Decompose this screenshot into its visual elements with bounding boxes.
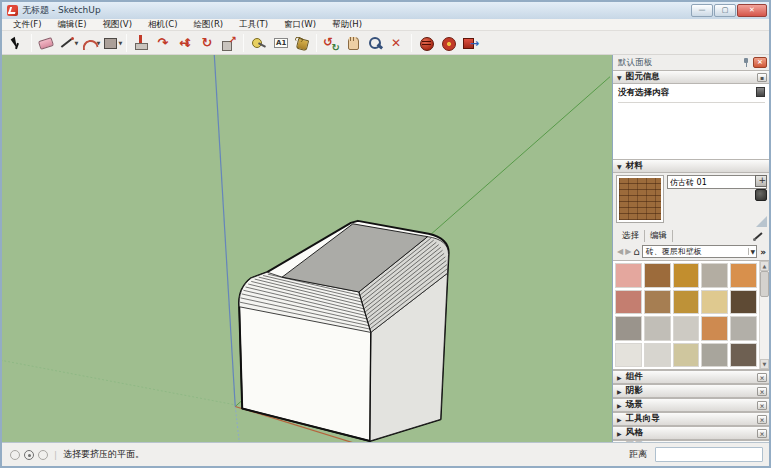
menu-item-3[interactable]: 相机(C) (141, 19, 185, 31)
details-arrow-icon[interactable]: » (759, 247, 767, 257)
material-swatch-15[interactable] (615, 343, 642, 368)
zoom-extents-tool-button[interactable] (386, 33, 408, 53)
toolbar: ▼▼▼↷↻ (2, 31, 769, 55)
sample-paint-icon[interactable] (753, 230, 765, 242)
material-swatch-0[interactable] (615, 263, 642, 288)
material-swatch-19[interactable] (730, 343, 757, 368)
forward-arrow-icon[interactable]: ▶ (625, 247, 631, 256)
material-swatch-5[interactable] (615, 290, 642, 315)
maximize-button[interactable]: ▢ (714, 4, 736, 17)
material-preview[interactable] (616, 175, 664, 223)
model-canvas[interactable] (2, 55, 612, 442)
section-header-0[interactable]: ▶组件× (613, 370, 769, 384)
minimize-button[interactable]: — (691, 4, 713, 17)
menu-item-7[interactable]: 帮助(H) (325, 19, 369, 31)
menu-item-2[interactable]: 视图(V) (96, 19, 139, 31)
tape-measure-tool-button[interactable] (247, 33, 269, 53)
move-tool-button[interactable] (174, 33, 196, 53)
dropdown-arrow-icon[interactable]: ▼ (119, 40, 123, 46)
material-swatch-16[interactable] (644, 343, 671, 368)
back-arrow-icon[interactable]: ◀ (617, 247, 623, 256)
follow-me-tool-button[interactable]: ↷ (152, 33, 174, 53)
material-swatch-9[interactable] (730, 290, 757, 315)
credits-icon[interactable] (24, 450, 34, 460)
materials-header[interactable]: ▼ 材料 (613, 159, 769, 173)
section-close-button[interactable]: × (757, 373, 767, 382)
section-close-button[interactable]: × (757, 415, 767, 424)
material-swatch-7[interactable] (673, 290, 700, 315)
section-label: 工具向导 (626, 413, 660, 425)
scroll-down-icon[interactable]: ▼ (760, 359, 769, 369)
section-header-3[interactable]: ▶工具向导× (613, 412, 769, 426)
material-swatch-12[interactable] (673, 316, 700, 341)
close-button[interactable]: ✕ (737, 4, 767, 17)
section-close-button[interactable]: × (757, 429, 767, 438)
chevron-down-icon: ▼ (617, 163, 622, 170)
send-to-layout-tool-button[interactable] (459, 33, 481, 53)
menu-item-0[interactable]: 文件(F) (6, 19, 49, 31)
material-swatch-6[interactable] (644, 290, 671, 315)
display-secondary-pane-icon[interactable] (755, 189, 767, 201)
entity-info-collapse-button[interactable]: ▪ (757, 73, 767, 82)
material-swatch-2[interactable] (673, 263, 700, 288)
tray-close-icon[interactable]: × (753, 57, 767, 68)
shapes-tool-button[interactable]: ▼ (101, 33, 123, 53)
share-model-tool-button[interactable] (437, 33, 459, 53)
material-name-input[interactable] (667, 175, 767, 189)
select-tool-button[interactable] (6, 33, 28, 53)
material-swatch-14[interactable] (730, 316, 757, 341)
materials-body (613, 173, 769, 229)
status-bar: | 选择要挤压的平面。 距离 (2, 442, 769, 466)
section-header-2[interactable]: ▶场景× (613, 398, 769, 412)
entity-info-header[interactable]: ▼ 图元信息 ▪ (613, 70, 769, 84)
tab-edit[interactable]: 编辑 (645, 230, 673, 242)
get-models-tool-button[interactable] (415, 33, 437, 53)
eraser-tool-button[interactable] (35, 33, 57, 53)
section-label: 场景 (626, 399, 643, 411)
section-label: 组件 (626, 371, 643, 383)
paint-bucket-tool-button[interactable] (291, 33, 313, 53)
help-icon[interactable] (38, 450, 48, 460)
zoom-tool-button[interactable] (364, 33, 386, 53)
text-tool-button[interactable] (269, 33, 291, 53)
entity-thumbnail-icon (756, 87, 765, 97)
scrollbar-thumb[interactable] (760, 271, 769, 297)
material-swatch-11[interactable] (644, 316, 671, 341)
text-icon (272, 35, 288, 51)
home-icon[interactable]: ⌂ (633, 247, 639, 257)
menu-item-1[interactable]: 编辑(E) (51, 19, 94, 31)
section-close-button[interactable]: × (757, 401, 767, 410)
geolocation-icon[interactable] (10, 450, 20, 460)
dropdown-arrow-icon[interactable]: ▼ (75, 40, 79, 46)
create-material-icon[interactable] (755, 175, 767, 187)
section-header-4[interactable]: ▶风格× (613, 426, 769, 440)
swatch-scrollbar[interactable]: ▲ ▼ (759, 261, 769, 369)
material-swatch-13[interactable] (701, 316, 728, 341)
section-header-1[interactable]: ▶阴影× (613, 384, 769, 398)
material-swatch-8[interactable] (701, 290, 728, 315)
pan-tool-button[interactable] (342, 33, 364, 53)
scale-tool-button[interactable] (218, 33, 240, 53)
orbit-tool-button[interactable] (320, 33, 342, 53)
menu-item-6[interactable]: 窗口(W) (277, 19, 323, 31)
material-swatch-3[interactable] (701, 263, 728, 288)
eraser-icon (38, 35, 54, 51)
material-category-dropdown[interactable]: 砖、覆层和壁板 ▼ (642, 245, 758, 258)
measurement-input[interactable] (655, 447, 763, 462)
arc-tool-button[interactable]: ▼ (79, 33, 101, 53)
material-swatch-1[interactable] (644, 263, 671, 288)
push-pull-tool-button[interactable] (130, 33, 152, 53)
material-swatch-4[interactable] (730, 263, 757, 288)
3d-viewport[interactable] (2, 55, 613, 442)
material-swatch-17[interactable] (673, 343, 700, 368)
material-swatch-10[interactable] (615, 316, 642, 341)
scroll-up-icon[interactable]: ▲ (760, 261, 769, 271)
line-tool-button[interactable]: ▼ (57, 33, 79, 53)
menu-item-5[interactable]: 工具(T) (232, 19, 275, 31)
pin-icon[interactable] (742, 58, 750, 67)
material-swatch-18[interactable] (701, 343, 728, 368)
menu-item-4[interactable]: 绘图(R) (187, 19, 231, 31)
rotate-tool-button[interactable]: ↻ (196, 33, 218, 53)
tab-select[interactable]: 选择 (617, 230, 645, 242)
section-close-button[interactable]: × (757, 387, 767, 396)
